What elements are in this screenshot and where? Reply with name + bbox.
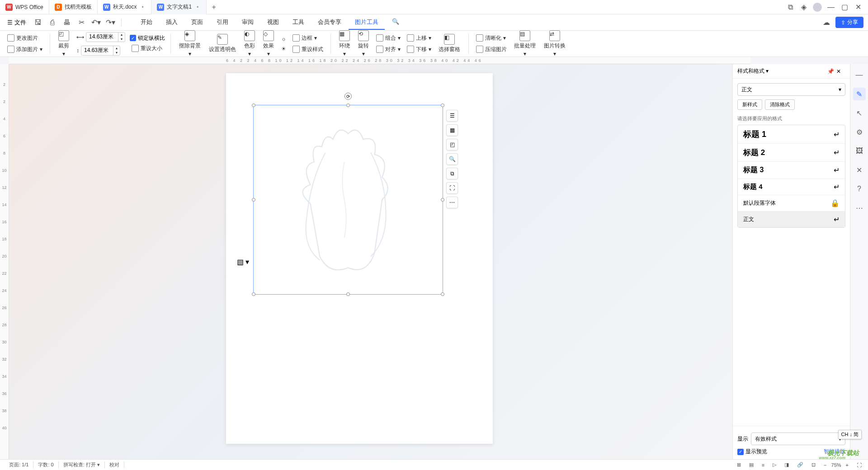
cloud-icon[interactable]: ☁ — [821, 17, 832, 28]
sharpen-button[interactable]: 清晰化 ▾ — [474, 33, 509, 43]
canvas[interactable]: ⟳ ☰ ▦ ◰ 🔍 ⧉ ⛶ ⋯ — [9, 64, 732, 459]
proofing[interactable]: 校对 — [105, 461, 124, 468]
preview-checkbox[interactable]: ✓显示预览 — [737, 448, 767, 456]
combine-button[interactable]: 组合 ▾ — [374, 33, 402, 43]
app-tab[interactable]: W WPS Office — [0, 0, 49, 14]
tab-reference[interactable]: 引用 — [210, 15, 235, 30]
maximize-button[interactable]: ▢ — [838, 1, 851, 14]
cut-icon[interactable]: ✂ — [76, 17, 87, 28]
select-pane-button[interactable]: ◧选择窗格 — [436, 33, 463, 54]
transparent-button[interactable]: ✎设置透明色 — [206, 33, 239, 54]
style-item-h3[interactable]: 标题 3↵ — [738, 162, 845, 179]
width-input[interactable]: ▴▾ — [86, 32, 125, 42]
align-button[interactable]: 对齐 ▾ — [374, 45, 402, 54]
remove-bg-button[interactable]: ◈抠除背景▾ — [176, 29, 203, 58]
resize-handle[interactable] — [441, 292, 444, 296]
link-icon[interactable]: 🔗 — [795, 462, 805, 468]
resize-handle[interactable] — [252, 198, 255, 202]
layout-anchor[interactable]: ▧ ▾ — [237, 258, 249, 266]
tab-view[interactable]: 视图 — [261, 15, 285, 30]
add-image-button[interactable]: 添加图片 ▾ — [5, 45, 44, 54]
layout-icon[interactable]: ☰ — [446, 110, 458, 122]
view-print-icon[interactable]: ▤ — [747, 462, 755, 468]
zoom-control[interactable]: − 75% + — [822, 462, 850, 468]
vertical-ruler[interactable]: 2246810121416182022242628303234363840 — [0, 64, 9, 459]
tab-review[interactable]: 审阅 — [236, 15, 260, 30]
style-item-body[interactable]: 正文↵ — [738, 212, 845, 227]
tab-doc1[interactable]: W 秋天.docx • — [98, 0, 152, 14]
close-panel-icon[interactable]: ✕ — [836, 68, 845, 75]
select-icon[interactable]: ↖ — [853, 107, 866, 119]
zoom-icon[interactable]: 🔍 — [446, 153, 458, 165]
redo-icon[interactable]: ↷▾ — [105, 17, 116, 28]
style-item-h4[interactable]: 标题 4↵ — [738, 179, 845, 195]
rotate-handle[interactable]: ⟳ — [344, 93, 352, 100]
tab-doc2-active[interactable]: W 文字文稿1 • — [151, 0, 207, 14]
view-focus-icon[interactable]: ◨ — [783, 462, 791, 468]
save-icon[interactable]: 🖫 — [33, 17, 43, 28]
view-web-icon[interactable]: ⊞ — [735, 462, 743, 468]
menu-button[interactable]: ☰ 文件 — [5, 17, 29, 28]
tools-icon[interactable]: ✕ — [853, 164, 866, 176]
new-style-button[interactable]: 新样式 — [737, 99, 762, 110]
fullscreen-icon[interactable]: ⛶ — [855, 462, 863, 468]
crop-icon[interactable]: ◰ — [446, 139, 458, 150]
minimize-button[interactable]: — — [825, 1, 837, 14]
undo-icon[interactable]: ↶▾ — [90, 17, 101, 28]
help-icon[interactable]: ? — [853, 183, 866, 195]
zoom-in-icon[interactable]: + — [844, 462, 850, 468]
image-icon[interactable]: 🖼 — [853, 145, 866, 157]
print-preview-icon[interactable]: ⎙ — [47, 17, 58, 28]
style-item-default-font[interactable]: 默认段落字体🔒 — [738, 195, 845, 212]
tab-start[interactable]: 开始 — [134, 15, 159, 30]
tab-templates[interactable]: D 找稻壳模板 — [49, 0, 98, 14]
tab-tools[interactable]: 工具 — [286, 15, 311, 30]
color-button[interactable]: ◐色彩▾ — [241, 29, 258, 58]
view-read-icon[interactable]: ▷ — [771, 462, 778, 468]
window-copy-icon[interactable]: ⧉ — [784, 1, 797, 14]
document-page[interactable]: ⟳ ☰ ▦ ◰ 🔍 ⧉ ⛶ ⋯ — [226, 73, 493, 444]
edit-icon[interactable]: ✎ — [853, 88, 866, 100]
lock-ratio-checkbox[interactable]: ✓锁定纵横比 — [130, 34, 165, 42]
height-input[interactable]: ▴▾ — [81, 46, 120, 56]
resize-handle[interactable] — [252, 292, 255, 296]
word-count[interactable]: 字数: 0 — [33, 461, 58, 468]
share-button[interactable]: ⇪ 分享 — [835, 17, 863, 28]
settings-icon[interactable]: ⚙ — [853, 126, 866, 138]
more-icon[interactable]: ⋯ — [446, 197, 458, 208]
show-select[interactable]: 有效样式▾ — [751, 432, 845, 445]
compress-button[interactable]: 压缩图片 — [474, 45, 509, 54]
collapse-icon[interactable]: — — [853, 69, 866, 81]
border-button[interactable]: 边框 ▾ — [291, 33, 325, 43]
wrap-button[interactable]: ▦环绕▾ — [336, 29, 353, 58]
batch-button[interactable]: ▤批量处理▾ — [511, 29, 538, 58]
change-image-button[interactable]: 更改图片 — [5, 33, 44, 43]
style-item-h1[interactable]: 标题 1↵ — [738, 125, 845, 144]
effect-button[interactable]: ◇效果▾ — [260, 29, 277, 58]
view-outline-icon[interactable]: ≡ — [760, 462, 766, 468]
cube-icon[interactable]: ◈ — [797, 1, 810, 14]
current-style-select[interactable]: 正文▾ — [737, 83, 845, 96]
tab-page[interactable]: 页面 — [185, 15, 209, 30]
convert-button[interactable]: ⇄图片转换▾ — [541, 29, 568, 58]
move-down-button[interactable]: 下移 ▾ — [405, 45, 433, 54]
tab-member[interactable]: 会员专享 — [311, 15, 348, 30]
resize-handle[interactable] — [252, 103, 255, 107]
close-button[interactable]: ✕ — [852, 1, 864, 14]
page-indicator[interactable]: 页面: 1/1 — [5, 461, 33, 468]
print-icon[interactable]: 🖶 — [61, 17, 72, 28]
ime-indicator[interactable]: CH ↓ 简 — [838, 430, 862, 439]
user-avatar[interactable] — [811, 1, 824, 14]
resize-handle[interactable] — [346, 292, 350, 296]
contrast-icon[interactable]: ☀ — [279, 45, 288, 53]
brightness-icon[interactable]: ☼ — [279, 35, 288, 43]
wrap-icon[interactable]: ▦ — [446, 124, 458, 136]
reset-size-button[interactable]: 重设大小 — [130, 44, 165, 53]
close-icon[interactable]: • — [194, 4, 201, 10]
pin-icon[interactable]: 📌 — [827, 68, 836, 75]
zoom-out-icon[interactable]: − — [822, 462, 828, 468]
reset-style-button[interactable]: 重设样式 — [291, 45, 325, 54]
search-icon[interactable]: 🔍 — [386, 15, 406, 30]
copy-icon[interactable]: ⧉ — [446, 168, 458, 179]
more-icon[interactable]: ⋯ — [853, 202, 866, 214]
